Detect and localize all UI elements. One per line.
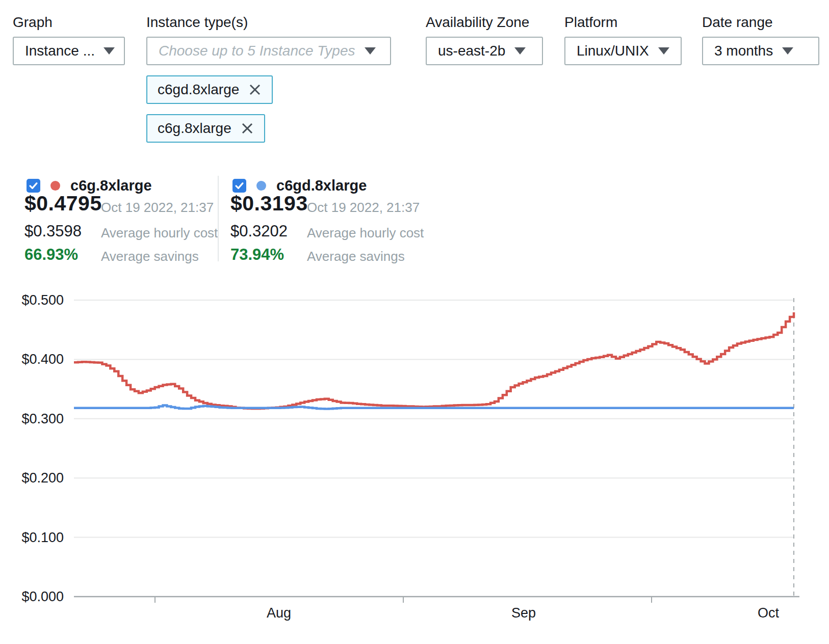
y-axis-tick-label: $0.500 [21, 292, 64, 308]
y-axis-tick-label: $0.100 [21, 530, 64, 545]
graph-select[interactable]: Instance ... [13, 37, 125, 65]
x-axis-tick-label: Sep [511, 605, 536, 621]
chevron-down-icon [658, 47, 669, 55]
average-hourly-cost-label: Average hourly cost [101, 225, 218, 241]
series-checkbox[interactable] [232, 179, 246, 193]
platform-select[interactable]: Linux/UNIX [564, 37, 682, 65]
availability-zone-field-label: Availability Zone [426, 14, 529, 31]
date-range-select[interactable]: 3 months [702, 37, 819, 65]
availability-zone-value: us-east-2b [438, 43, 505, 59]
graph-select-value: Instance ... [25, 43, 94, 59]
chevron-down-icon [782, 47, 793, 55]
close-icon[interactable] [240, 121, 255, 136]
x-axis-tick-label: Oct [758, 605, 780, 621]
average-hourly-cost-value: $0.3598 [24, 222, 82, 240]
x-axis-tick-label: Aug [267, 605, 291, 621]
instance-types-select[interactable]: Choose up to 5 Instance Types [146, 37, 391, 65]
series-dot-blue [256, 181, 266, 191]
graph-field-label: Graph [13, 14, 53, 31]
average-hourly-cost-label: Average hourly cost [307, 225, 424, 241]
price-history-chart[interactable]: $0.000$0.100$0.200$0.300$0.400$0.500AugS… [0, 275, 829, 644]
date-range-field-label: Date range [702, 14, 773, 31]
chip-c6g-8xlarge: c6g.8xlarge [146, 114, 265, 143]
y-axis-tick-label: $0.300 [21, 411, 64, 426]
average-hourly-cost-value: $0.3202 [230, 222, 288, 240]
legend-item-c6gd-8xlarge: c6gd.8xlarge $0.3193 Oct 19 2022, 21:37 … [230, 173, 424, 262]
price-timestamp: Oct 19 2022, 21:37 [307, 200, 420, 216]
instance-types-placeholder: Choose up to 5 Instance Types [159, 43, 355, 59]
series-dot-red [50, 181, 60, 191]
average-savings-label: Average savings [101, 249, 199, 264]
check-icon [28, 180, 39, 191]
close-icon[interactable] [247, 82, 263, 97]
current-price: $0.4795 [24, 192, 102, 216]
availability-zone-select[interactable]: us-east-2b [426, 37, 543, 65]
platform-value: Linux/UNIX [577, 43, 649, 59]
y-axis-tick-label: $0.200 [21, 470, 64, 486]
price-timestamp: Oct 19 2022, 21:37 [101, 200, 214, 216]
y-axis-tick-label: $0.000 [21, 589, 64, 604]
legend-item-c6g-8xlarge: c6g.8xlarge $0.4795 Oct 19 2022, 21:37 $… [24, 173, 218, 262]
chevron-down-icon [103, 47, 115, 55]
y-axis-tick-label: $0.400 [21, 352, 64, 367]
average-savings-value: 73.94% [230, 246, 284, 264]
chip-c6gd-8xlarge: c6gd.8xlarge [146, 75, 273, 104]
legend-divider [218, 176, 219, 261]
current-price: $0.3193 [230, 192, 308, 216]
average-savings-label: Average savings [307, 249, 405, 264]
date-range-value: 3 months [714, 43, 773, 59]
chevron-down-icon [365, 47, 376, 55]
chip-label: c6g.8xlarge [158, 120, 231, 137]
chevron-down-icon [514, 47, 526, 55]
platform-field-label: Platform [564, 14, 617, 31]
series-checkbox[interactable] [27, 179, 40, 193]
instance-types-field-label: Instance type(s) [146, 14, 248, 31]
chip-label: c6gd.8xlarge [158, 82, 239, 98]
series-line-c6g.8xlarge[interactable] [74, 312, 794, 409]
check-icon [234, 180, 245, 191]
average-savings-value: 66.93% [24, 246, 78, 264]
